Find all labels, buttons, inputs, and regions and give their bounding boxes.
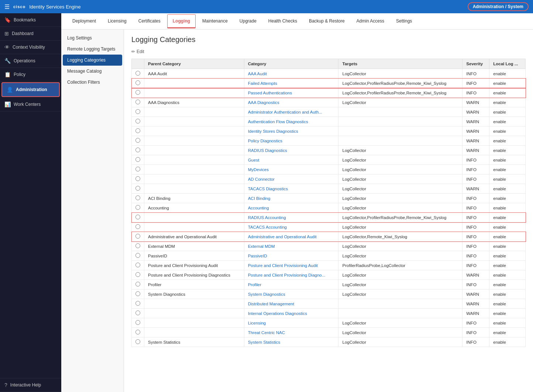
sidebar-item-dashboard[interactable]: ⊞ Dashboard <box>0 27 61 41</box>
cell-category[interactable]: Passed Authentications <box>244 88 338 98</box>
row-select-cell[interactable] <box>132 79 144 88</box>
tab-upgrade[interactable]: Upgrade <box>234 15 262 28</box>
row-radio[interactable] <box>135 195 140 200</box>
cell-category[interactable]: MyDevices <box>244 165 338 174</box>
row-radio[interactable] <box>135 167 140 171</box>
sub-sidebar-log-settings[interactable]: Log Settings <box>61 32 124 44</box>
row-select-cell[interactable] <box>132 69 144 79</box>
row-select-cell[interactable] <box>132 280 144 289</box>
cell-category[interactable]: Identity Stores Diagnostics <box>244 126 338 136</box>
row-select-cell[interactable] <box>132 136 144 146</box>
cell-category[interactable]: Licensing <box>244 318 338 328</box>
tab-settings[interactable]: Settings <box>391 15 417 28</box>
row-radio[interactable] <box>135 119 140 124</box>
cell-category[interactable]: RADIUS Accounting <box>244 213 338 222</box>
row-radio[interactable] <box>135 272 140 277</box>
tab-logging[interactable]: Logging <box>167 14 196 28</box>
cell-category[interactable]: Threat Centric NAC <box>244 328 338 337</box>
cell-category[interactable]: External MDM <box>244 242 338 251</box>
row-select-cell[interactable] <box>132 203 144 213</box>
sidebar-item-work-centers[interactable]: 📊 Work Centers <box>0 98 61 111</box>
row-radio[interactable] <box>135 234 140 239</box>
row-select-cell[interactable] <box>132 88 144 98</box>
row-select-cell[interactable] <box>132 184 144 194</box>
tab-health-checks[interactable]: Health Checks <box>263 15 302 28</box>
row-select-cell[interactable] <box>132 309 144 318</box>
sub-sidebar-message-catalog[interactable]: Message Catalog <box>61 66 124 77</box>
sidebar-item-administration[interactable]: 👤 Administration <box>1 82 60 97</box>
cell-category[interactable]: Accounting <box>244 203 338 213</box>
row-radio[interactable] <box>135 80 140 85</box>
row-radio[interactable] <box>135 71 140 76</box>
row-radio[interactable] <box>135 109 140 114</box>
cell-category[interactable]: Posture and Client Provisioning Diagno..… <box>244 270 338 280</box>
row-select-cell[interactable] <box>132 299 144 309</box>
cell-category[interactable]: Profiler <box>244 280 338 289</box>
cell-category[interactable]: TACACS Diagnostics <box>244 184 338 194</box>
row-radio[interactable] <box>135 301 140 306</box>
cell-category[interactable]: System Diagnostics <box>244 289 338 299</box>
sidebar-item-interactive-help[interactable]: ? Interactive Help <box>0 378 61 392</box>
edit-button[interactable]: ✏ Edit <box>131 49 526 54</box>
row-radio[interactable] <box>135 128 140 133</box>
cell-category[interactable]: TACACS Accounting <box>244 222 338 232</box>
row-select-cell[interactable] <box>132 126 144 136</box>
row-radio[interactable] <box>135 263 140 267</box>
row-radio[interactable] <box>135 157 140 162</box>
sub-sidebar-logging-categories[interactable]: Logging Categories <box>63 55 122 66</box>
row-radio[interactable] <box>135 138 140 143</box>
cell-category[interactable]: AD Connector <box>244 174 338 184</box>
row-radio[interactable] <box>135 176 140 181</box>
row-radio[interactable] <box>135 186 140 191</box>
row-select-cell[interactable] <box>132 213 144 222</box>
row-radio[interactable] <box>135 224 140 229</box>
sub-sidebar-collection-filters[interactable]: Collection Filters <box>61 77 124 88</box>
cell-category[interactable]: Guest <box>244 155 338 165</box>
row-select-cell[interactable] <box>132 146 144 155</box>
row-select-cell[interactable] <box>132 328 144 337</box>
cell-category[interactable]: Failed Attempts <box>244 79 338 88</box>
sidebar-item-operations[interactable]: 🔧 Operations <box>0 54 61 68</box>
row-select-cell[interactable] <box>132 165 144 174</box>
row-select-cell[interactable] <box>132 261 144 270</box>
row-radio[interactable] <box>135 330 140 334</box>
row-radio[interactable] <box>135 243 140 248</box>
row-select-cell[interactable] <box>132 337 144 347</box>
row-select-cell[interactable] <box>132 242 144 251</box>
hamburger-icon[interactable]: ☰ <box>4 3 10 10</box>
tab-licensing[interactable]: Licensing <box>103 15 132 28</box>
row-select-cell[interactable] <box>132 98 144 107</box>
tab-admin-access[interactable]: Admin Access <box>351 15 389 28</box>
tab-maintenance[interactable]: Maintenance <box>197 15 233 28</box>
row-select-cell[interactable] <box>132 289 144 299</box>
cell-category[interactable]: AAA Diagnostics <box>244 98 338 107</box>
row-select-cell[interactable] <box>132 318 144 328</box>
cell-category[interactable]: RADIUS Diagnostics <box>244 146 338 155</box>
cell-category[interactable]: Administrator Authentication and Auth... <box>244 107 338 117</box>
cell-category[interactable]: PassiveID <box>244 251 338 261</box>
cell-category[interactable]: Posture and Client Provisioning Audit <box>244 261 338 270</box>
row-radio[interactable] <box>135 215 140 219</box>
row-select-cell[interactable] <box>132 107 144 117</box>
sub-sidebar-remote-logging[interactable]: Remote Logging Targets <box>61 44 124 55</box>
row-radio[interactable] <box>135 148 140 152</box>
row-select-cell[interactable] <box>132 251 144 261</box>
sidebar-item-context-visibility[interactable]: 👁 Context Visibility <box>0 41 61 54</box>
cell-category[interactable]: Administrative and Operational Audit <box>244 232 338 242</box>
row-radio[interactable] <box>135 282 140 287</box>
cell-category[interactable]: ACI Binding <box>244 194 338 203</box>
row-radio[interactable] <box>135 253 140 258</box>
row-select-cell[interactable] <box>132 194 144 203</box>
tab-certificates[interactable]: Certificates <box>133 15 166 28</box>
tab-backup-restore[interactable]: Backup & Restore <box>304 15 350 28</box>
row-radio[interactable] <box>135 320 140 325</box>
row-radio[interactable] <box>135 205 140 210</box>
row-select-cell[interactable] <box>132 155 144 165</box>
row-select-cell[interactable] <box>132 117 144 126</box>
cell-category[interactable]: Distributed Management <box>244 299 338 309</box>
cell-category[interactable]: AAA Audit <box>244 69 338 79</box>
cell-category[interactable]: System Statistics <box>244 337 338 347</box>
row-select-cell[interactable] <box>132 232 144 242</box>
sidebar-item-bookmarks[interactable]: 🔖 Bookmarks <box>0 13 61 27</box>
row-select-cell[interactable] <box>132 222 144 232</box>
